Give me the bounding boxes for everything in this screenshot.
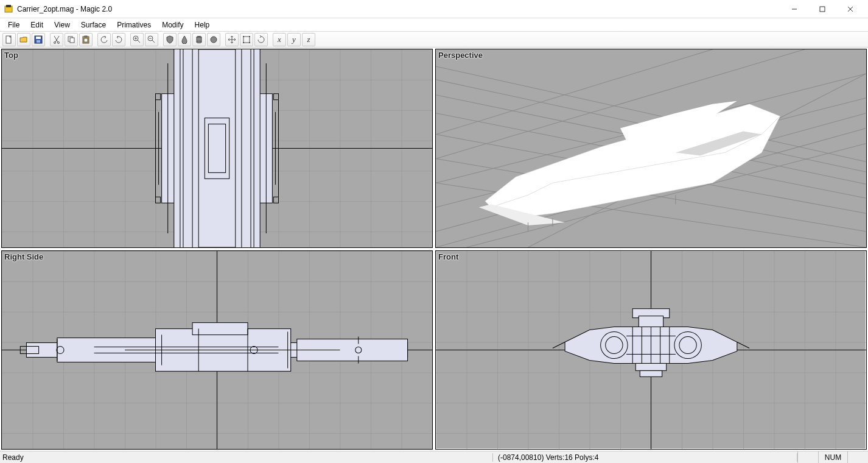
svg-point-26 — [197, 41, 201, 43]
sphere-icon[interactable] — [207, 33, 220, 46]
svg-rect-9 — [37, 40, 40, 43]
statusbar: Ready (-0874,00810) Verts:16 Polys:4 NUM — [0, 451, 868, 463]
svg-rect-13 — [70, 38, 74, 43]
viewport-top[interactable]: Top — [1, 49, 433, 248]
window-title: Carrier_2opt.mag - Magic 2.0 — [17, 5, 780, 13]
svg-rect-41 — [208, 124, 225, 173]
menu-surface[interactable]: Surface — [75, 18, 111, 32]
drop-icon[interactable] — [178, 33, 191, 46]
viewport-right[interactable]: Right Side — [1, 250, 433, 450]
menu-primatives[interactable]: Primatives — [111, 18, 156, 32]
axis-z-icon[interactable]: z — [302, 33, 315, 46]
status-cap — [797, 451, 818, 463]
resize-icon[interactable] — [240, 33, 253, 46]
svg-rect-30 — [249, 36, 250, 37]
maximize-button[interactable] — [808, 0, 836, 18]
svg-rect-28 — [243, 37, 250, 43]
axis-x-icon[interactable]: x — [273, 33, 286, 46]
viewport-right-label: Right Side — [4, 252, 43, 261]
menu-file[interactable]: File — [2, 18, 25, 32]
menubar: File Edit View Surface Primatives Modify… — [0, 18, 868, 32]
viewport-perspective[interactable]: Perspective — [435, 49, 867, 248]
svg-line-22 — [152, 40, 155, 43]
zoom-in-icon[interactable] — [130, 33, 144, 46]
redo-icon[interactable] — [112, 33, 125, 46]
minimize-button[interactable] — [780, 0, 808, 18]
open-icon[interactable] — [17, 33, 30, 46]
close-button[interactable] — [836, 0, 864, 18]
copy-icon[interactable] — [65, 33, 78, 46]
svg-line-18 — [138, 40, 140, 43]
menu-help[interactable]: Help — [189, 18, 215, 32]
svg-rect-109 — [640, 370, 662, 376]
svg-rect-16 — [84, 38, 88, 42]
undo-icon[interactable] — [97, 33, 111, 46]
menu-view[interactable]: View — [49, 18, 75, 32]
status-scrl — [847, 451, 868, 463]
svg-rect-15 — [85, 36, 87, 37]
viewport-front-label: Front — [438, 252, 458, 261]
svg-rect-108 — [635, 363, 667, 370]
svg-rect-31 — [243, 42, 244, 43]
menu-edit[interactable]: Edit — [25, 18, 49, 32]
svg-rect-86 — [192, 323, 248, 335]
svg-point-11 — [58, 41, 60, 43]
svg-rect-3 — [820, 7, 825, 12]
cut-icon[interactable] — [50, 33, 63, 46]
app-icon — [4, 4, 13, 14]
titlebar: Carrier_2opt.mag - Magic 2.0 — [0, 0, 868, 18]
svg-rect-29 — [243, 36, 244, 37]
viewport-top-label: Top — [4, 51, 18, 60]
toolbar: x y z — [0, 32, 868, 48]
status-ready: Ready — [0, 453, 493, 462]
zoom-out-icon[interactable] — [145, 33, 158, 46]
cylinder-icon[interactable] — [192, 33, 206, 46]
window-controls — [780, 0, 864, 18]
axis-y-icon[interactable]: y — [287, 33, 301, 46]
move-icon[interactable] — [225, 33, 239, 46]
paste-icon[interactable] — [79, 33, 93, 46]
viewport-perspective-label: Perspective — [438, 51, 483, 60]
viewport-front[interactable]: Front — [435, 250, 867, 450]
workspace: Top — [0, 48, 868, 451]
status-num: NUM — [818, 451, 847, 463]
shield-icon[interactable] — [163, 33, 177, 46]
svg-rect-106 — [639, 316, 663, 327]
new-icon[interactable] — [2, 33, 16, 46]
svg-rect-8 — [36, 37, 41, 39]
status-info: (-0874,00810) Verts:16 Polys:4 — [493, 453, 797, 462]
rotate-icon[interactable] — [254, 33, 268, 46]
save-icon[interactable] — [32, 33, 45, 46]
menu-modify[interactable]: Modify — [156, 18, 189, 32]
svg-point-10 — [54, 41, 56, 43]
svg-point-27 — [211, 37, 217, 43]
svg-rect-1 — [6, 5, 11, 7]
svg-rect-32 — [249, 42, 250, 43]
